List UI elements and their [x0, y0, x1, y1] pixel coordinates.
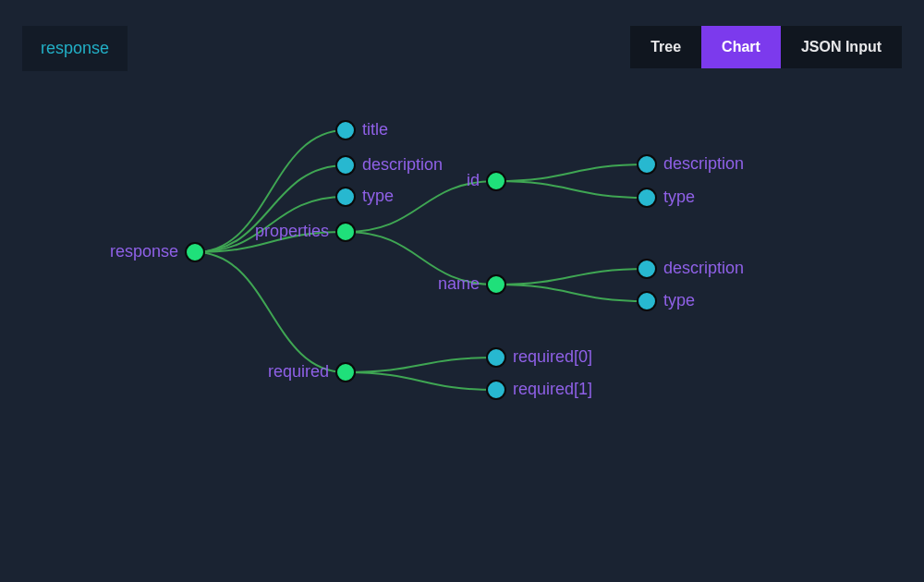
node-label-required0: required[0]	[513, 347, 592, 366]
node-circle-title[interactable]	[336, 121, 355, 139]
node-circle-description[interactable]	[336, 156, 355, 175]
node-circle-required1[interactable]	[487, 381, 505, 399]
node-name_desc[interactable]: description	[638, 259, 744, 278]
node-circle-required[interactable]	[336, 363, 355, 382]
node-circle-response[interactable]	[186, 243, 204, 261]
edge-name-name_type	[496, 285, 647, 301]
node-label-name: name	[438, 274, 480, 293]
tab-json-input[interactable]: JSON Input	[781, 26, 902, 68]
node-required[interactable]: required	[268, 362, 355, 382]
node-description[interactable]: description	[336, 155, 443, 175]
node-label-response: response	[110, 242, 178, 261]
node-label-name_desc: description	[663, 259, 744, 277]
node-label-type: type	[362, 187, 394, 205]
edge-id-id_desc	[496, 164, 647, 181]
header: response Tree Chart JSON Input	[0, 0, 924, 92]
node-label-title: title	[362, 120, 388, 139]
node-label-id_desc: description	[663, 154, 744, 173]
tree-chart-svg: responsetitledescriptiontypepropertiesre…	[0, 92, 924, 582]
edge-id-id_type	[496, 181, 647, 198]
node-circle-type[interactable]	[336, 188, 355, 206]
node-title[interactable]: title	[336, 120, 388, 139]
node-label-properties: properties	[255, 222, 329, 240]
node-id_desc[interactable]: description	[638, 154, 744, 174]
node-circle-name[interactable]	[487, 275, 505, 294]
node-type[interactable]: type	[336, 187, 394, 206]
node-circle-required0[interactable]	[487, 348, 505, 367]
node-required0[interactable]: required[0]	[487, 347, 592, 367]
view-tabs: Tree Chart JSON Input	[630, 26, 902, 68]
node-circle-id_desc[interactable]	[638, 155, 656, 174]
node-label-required: required	[268, 362, 329, 381]
edge-required-required0	[346, 358, 496, 372]
edge-response-required	[195, 252, 346, 372]
node-required1[interactable]: required[1]	[487, 380, 592, 399]
tab-chart[interactable]: Chart	[701, 26, 781, 68]
node-circle-id_type[interactable]	[638, 188, 656, 207]
node-label-id: id	[467, 171, 480, 189]
chart-canvas[interactable]: responsetitledescriptiontypepropertiesre…	[0, 92, 924, 582]
node-label-id_type: type	[663, 188, 695, 206]
node-circle-name_type[interactable]	[638, 292, 656, 310]
node-circle-properties[interactable]	[336, 223, 355, 241]
node-circle-id[interactable]	[487, 172, 505, 190]
node-name[interactable]: name	[438, 274, 505, 294]
node-response[interactable]: response	[110, 242, 204, 261]
node-label-required1: required[1]	[513, 380, 592, 398]
node-label-description: description	[362, 155, 443, 174]
title-chip: response	[22, 26, 128, 71]
edge-name-name_desc	[496, 269, 647, 285]
node-name_type[interactable]: type	[638, 291, 695, 310]
node-properties[interactable]: properties	[255, 222, 355, 241]
tab-tree[interactable]: Tree	[630, 26, 701, 68]
node-circle-name_desc[interactable]	[638, 260, 656, 278]
node-label-name_type: type	[663, 291, 695, 309]
edge-required-required1	[346, 372, 496, 390]
node-id_type[interactable]: type	[638, 188, 695, 207]
